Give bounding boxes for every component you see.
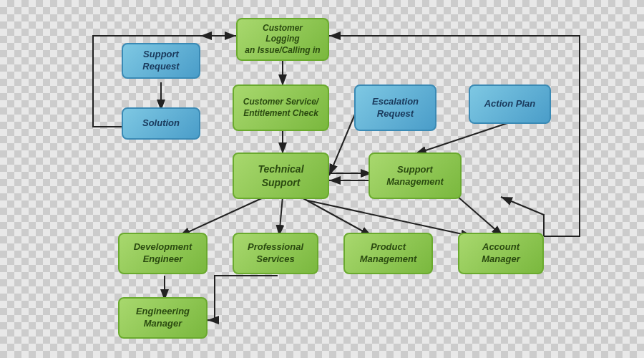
svg-line-6	[329, 107, 358, 175]
node-escalation-request: EscalationRequest	[354, 84, 436, 131]
svg-line-10	[179, 197, 265, 236]
svg-line-14	[458, 197, 503, 236]
node-technical-support: TechnicalSupport	[233, 153, 329, 199]
node-solution: Solution	[122, 107, 200, 140]
diagram: Customer Loggingan Issue/Calling in Supp…	[43, 7, 630, 351]
node-product-management: ProductManagement	[343, 233, 433, 274]
node-account-manager: AccountManager	[458, 233, 544, 274]
svg-line-11	[279, 197, 283, 236]
node-customer-logging: Customer Loggingan Issue/Calling in	[236, 18, 329, 61]
node-development-engineer: DevelopmentEngineer	[118, 233, 208, 274]
svg-line-12	[301, 197, 372, 236]
node-support-request: SupportRequest	[122, 43, 200, 79]
svg-line-13	[308, 200, 472, 236]
node-engineering-manager: EngineeringManager	[118, 297, 208, 339]
node-support-management: SupportManagement	[369, 153, 462, 199]
node-professional-services: ProfessionalServices	[233, 233, 318, 274]
node-customer-service: Customer Service/Entitlement Check	[233, 84, 329, 131]
node-action-plan: Action Plan	[469, 84, 551, 124]
